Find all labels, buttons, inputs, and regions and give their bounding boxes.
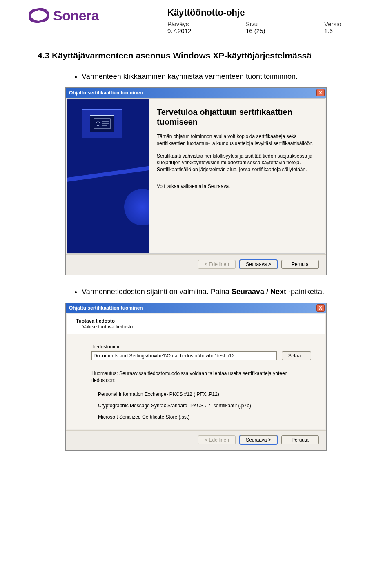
close-icon[interactable]: X (316, 304, 325, 312)
version-label: Versio (324, 20, 363, 27)
wizard-paragraph: Tämän ohjatun toiminnon avulla voit kopi… (157, 133, 314, 147)
close-icon[interactable]: X (316, 89, 325, 96)
page-label: Sivu (246, 20, 324, 27)
next-button[interactable]: Seuraava > (240, 435, 277, 444)
version-value: 1.6 (324, 27, 363, 34)
wizard-button-row: < Edellinen Seuraava > Peruuta (66, 430, 326, 450)
wizard-step-title: Tuotava tiedosto (76, 318, 318, 324)
wizard-paragraph: Sertifikaatti vahvistaa henkilöllisyytes… (157, 153, 314, 173)
file-format-item: Personal Information Exchange- PKCS #12 … (98, 391, 311, 397)
bullet-list-1: Varmenteen klikkaaminen käynnistää varme… (82, 71, 363, 82)
filename-input[interactable] (91, 351, 277, 360)
back-button: < Edellinen (198, 435, 236, 444)
text-bold: Seuraava / Next (232, 288, 286, 296)
wizard-step-header: Tuotava tiedosto Valitse tuotava tiedost… (67, 314, 325, 334)
wizard-titlebar: Ohjattu sertifikaattien tuominen X (66, 303, 326, 313)
cancel-button[interactable]: Peruuta (281, 435, 319, 444)
cancel-button[interactable]: Peruuta (281, 260, 319, 269)
section-heading: 4.3 Käyttäjävarmenteen asennus Windows X… (38, 51, 363, 60)
certificate-import-wizard-file: Ohjattu sertifikaattien tuominen X Tuota… (65, 303, 327, 451)
wizard-titlebar: Ohjattu sertifikaattien tuominen X (66, 88, 326, 98)
svg-point-4 (96, 122, 100, 126)
bullet-list-2: Varmennetiedoston sijainti on valmiina. … (82, 286, 363, 297)
file-format-item: Microsoft Serialized Certificate Store (… (98, 414, 311, 420)
brand-logo: Sonera (29, 7, 99, 24)
certificate-import-wizard-welcome: Ohjattu sertifikaattien tuominen X (65, 87, 327, 275)
filename-label: Tiedostonimi: (91, 344, 311, 350)
file-formats-note: Huomautus: Seuraavissa tiedostomuodoissa… (91, 370, 311, 384)
brand-name: Sonera (53, 8, 99, 24)
file-format-item: Cryptographic Message Syntax Standard- P… (98, 403, 311, 409)
list-item: Varmennetiedoston sijainti on valmiina. … (82, 286, 363, 297)
text-post: -painiketta. (286, 288, 324, 296)
wizard-button-row: < Edellinen Seuraava > Peruuta (66, 254, 326, 275)
wizard-title: Ohjattu sertifikaattien tuominen (69, 90, 143, 96)
wizard-title: Ohjattu sertifikaattien tuominen (69, 305, 143, 311)
wizard-step-subtitle: Valitse tuotava tiedosto. (82, 324, 318, 330)
date-value: 9.7.2012 (167, 27, 246, 34)
certificate-icon (90, 115, 114, 132)
page-header: Sonera Käyttöönotto-ohje Päiväys 9.7.201… (29, 7, 363, 34)
wizard-heading: Tervetuloa ohjattuun sertifikaattien tuo… (157, 107, 314, 127)
wizard-sidebar-graphic (67, 99, 149, 253)
date-label: Päiväys (167, 20, 246, 27)
next-button[interactable]: Seuraava > (240, 260, 277, 269)
sonera-swirl-icon (29, 7, 49, 24)
list-item: Varmenteen klikkaaminen käynnistää varme… (82, 71, 363, 82)
browse-button[interactable]: Selaa... (282, 351, 311, 360)
text-pre: Varmennetiedoston sijainti on valmiina. … (82, 288, 232, 296)
back-button: < Edellinen (198, 260, 236, 269)
document-title: Käyttöönotto-ohje (167, 7, 363, 18)
document-meta: Käyttöönotto-ohje Päiväys 9.7.2012 Sivu … (167, 7, 363, 34)
wizard-paragraph: Voit jatkaa valitsemalla Seuraava. (157, 183, 314, 190)
page-value: 16 (25) (246, 27, 324, 34)
